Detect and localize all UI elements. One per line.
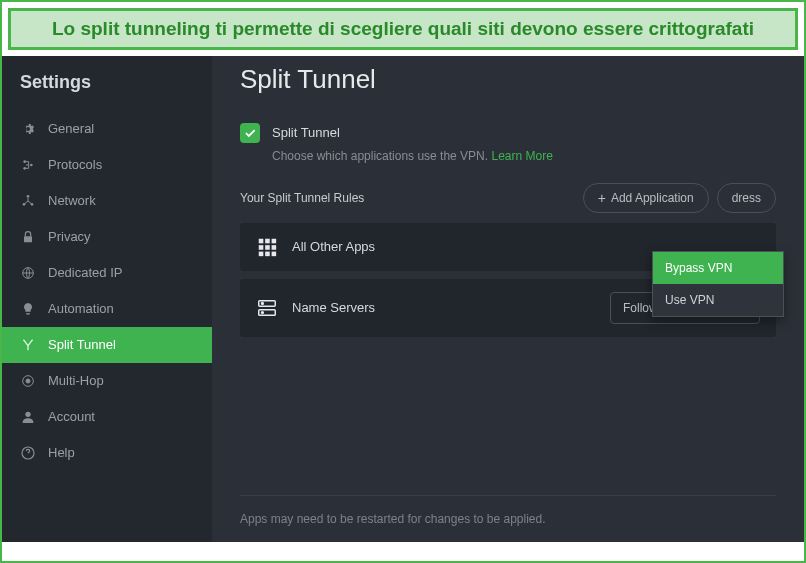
svg-point-23 [262, 302, 264, 304]
app-window: Settings General Protocols Network Priva… [2, 56, 804, 542]
sidebar-item-general[interactable]: General [2, 111, 212, 147]
sidebar-item-label: Split Tunnel [48, 337, 116, 352]
sidebar-item-label: Privacy [48, 229, 91, 244]
gear-icon [20, 121, 36, 137]
split-tunnel-toggle-row: Split Tunnel [240, 123, 776, 143]
sidebar-title: Settings [2, 64, 212, 111]
sidebar-item-label: Protocols [48, 157, 102, 172]
svg-rect-20 [272, 251, 277, 256]
svg-point-2 [30, 163, 33, 166]
dropdown-option-use-vpn[interactable]: Use VPN [653, 284, 783, 316]
svg-rect-17 [272, 245, 277, 250]
sidebar-item-label: Automation [48, 301, 114, 316]
rule-dropdown-menu: Bypass VPN Use VPN [652, 251, 784, 317]
multihop-icon [20, 373, 36, 389]
page-title: Split Tunnel [240, 64, 776, 95]
info-banner: Lo split tunneling ti permette di scegli… [8, 8, 798, 50]
header-buttons: + Add Application dress [583, 183, 776, 213]
svg-point-24 [262, 311, 264, 313]
network-icon [20, 193, 36, 209]
sidebar-item-label: Account [48, 409, 95, 424]
sidebar-item-label: Help [48, 445, 75, 460]
svg-rect-14 [272, 239, 277, 244]
sidebar-item-label: Multi-Hop [48, 373, 104, 388]
svg-point-3 [27, 195, 30, 198]
bulb-icon [20, 301, 36, 317]
sidebar-item-account[interactable]: Account [2, 399, 212, 435]
sidebar-item-dedicated-ip[interactable]: Dedicated IP [2, 255, 212, 291]
check-icon [243, 126, 257, 140]
globe-icon [20, 265, 36, 281]
split-tunnel-checkbox[interactable] [240, 123, 260, 143]
sidebar-item-split-tunnel[interactable]: Split Tunnel [2, 327, 212, 363]
svg-rect-6 [24, 236, 32, 242]
footer-note: Apps may need to be restarted for change… [240, 495, 776, 542]
svg-rect-15 [259, 245, 264, 250]
sidebar-item-label: General [48, 121, 94, 136]
svg-rect-18 [259, 251, 264, 256]
sidebar-item-privacy[interactable]: Privacy [2, 219, 212, 255]
banner-text: Lo split tunneling ti permette di scegli… [23, 17, 783, 41]
server-icon [256, 297, 278, 319]
sidebar-item-help[interactable]: Help [2, 435, 212, 471]
svg-point-1 [23, 167, 26, 170]
main-content: Split Tunnel Split Tunnel Choose which a… [212, 56, 804, 542]
learn-more-link[interactable]: Learn More [491, 149, 552, 163]
svg-point-10 [25, 411, 30, 416]
svg-rect-12 [259, 239, 264, 244]
rule-label: Name Servers [292, 300, 596, 315]
dropdown-option-bypass-vpn[interactable]: Bypass VPN [653, 252, 783, 284]
person-icon [20, 409, 36, 425]
protocols-icon [20, 157, 36, 173]
add-application-button[interactable]: + Add Application [583, 183, 709, 213]
svg-point-9 [26, 379, 30, 383]
help-icon [20, 445, 36, 461]
sidebar-item-multi-hop[interactable]: Multi-Hop [2, 363, 212, 399]
sidebar-item-network[interactable]: Network [2, 183, 212, 219]
sidebar-item-automation[interactable]: Automation [2, 291, 212, 327]
add-ip-address-button[interactable]: dress [717, 183, 776, 213]
apps-grid-icon [256, 236, 278, 258]
sidebar: Settings General Protocols Network Priva… [2, 56, 212, 542]
svg-rect-16 [265, 245, 270, 250]
sidebar-item-label: Dedicated IP [48, 265, 122, 280]
svg-rect-13 [265, 239, 270, 244]
sidebar-item-protocols[interactable]: Protocols [2, 147, 212, 183]
rules-label: Your Split Tunnel Rules [240, 191, 364, 205]
svg-rect-19 [265, 251, 270, 256]
plus-icon: + [598, 190, 606, 206]
split-icon [20, 337, 36, 353]
rules-header: Your Split Tunnel Rules + Add Applicatio… [240, 183, 776, 213]
toggle-label: Split Tunnel [272, 125, 340, 140]
svg-point-0 [23, 160, 26, 163]
hint-text: Choose which applications use the VPN. L… [272, 149, 776, 163]
sidebar-item-label: Network [48, 193, 96, 208]
lock-icon [20, 229, 36, 245]
